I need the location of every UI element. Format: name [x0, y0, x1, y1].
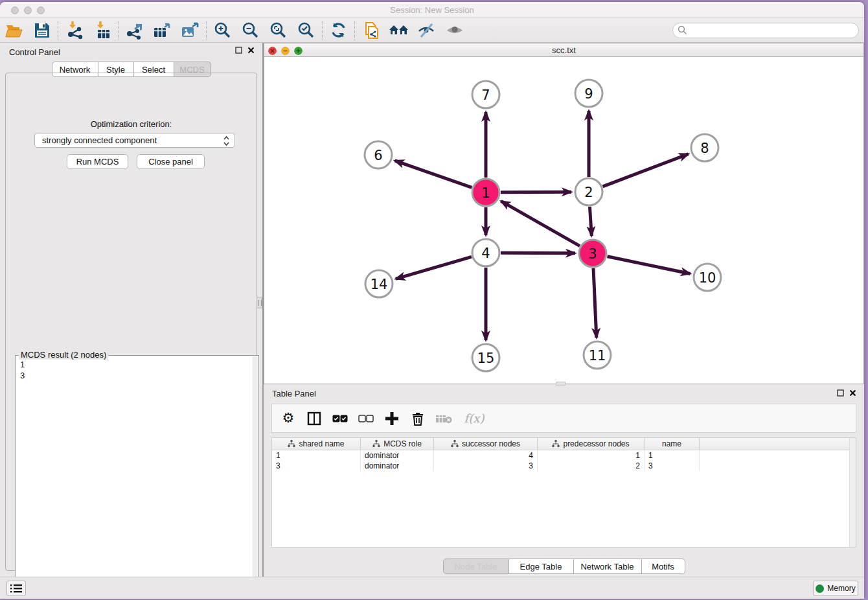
- float-panel-icon[interactable]: [235, 47, 242, 54]
- import-network-icon: [65, 21, 84, 40]
- show-all-button[interactable]: [440, 19, 468, 41]
- column-tree-icon: [372, 440, 380, 448]
- graph-edge-3-1[interactable]: [501, 201, 580, 246]
- add-column-button[interactable]: [383, 409, 400, 428]
- open-session-button[interactable]: [0, 19, 28, 41]
- column-header-shared-name[interactable]: shared name: [272, 438, 361, 450]
- hide-selected-button[interactable]: [413, 19, 440, 41]
- select-stepper-icon: [223, 135, 230, 147]
- select-all-button[interactable]: [332, 409, 348, 428]
- graph-edge-1-2[interactable]: [501, 192, 571, 192]
- graph-node-label-9: 9: [584, 86, 593, 102]
- graph-edge-3-10[interactable]: [608, 257, 691, 274]
- float-table-panel-icon[interactable]: [837, 389, 844, 397]
- run-mcds-button[interactable]: Run MCDS: [67, 154, 128, 169]
- new-network-from-selection-button[interactable]: [357, 19, 385, 41]
- first-neighbors-button[interactable]: [385, 19, 413, 41]
- table-cell-successor-nodes[interactable]: 4: [434, 450, 538, 461]
- refresh-view-button[interactable]: [325, 19, 352, 41]
- delete-icon: [411, 411, 424, 426]
- toolbar-separator: [322, 21, 323, 40]
- app-title: Session: New Session: [0, 5, 864, 15]
- table-cell-MCDS-role[interactable]: dominator: [361, 450, 434, 461]
- close-panel-icon[interactable]: [247, 47, 255, 54]
- network-canvas[interactable]: 7968124314101511: [264, 57, 864, 384]
- search-input[interactable]: [672, 23, 859, 38]
- table-cell-successor-nodes[interactable]: 3: [434, 461, 538, 471]
- memory-status-icon: [816, 584, 824, 593]
- first-neighbors-icon: [389, 22, 409, 39]
- table-panel: Table Panel ⚙: [264, 386, 864, 577]
- toolbar-separator: [206, 21, 207, 40]
- graph-edge-4-14[interactable]: [396, 257, 472, 279]
- tab-motifs[interactable]: Motifs: [642, 559, 685, 574]
- graph-edge-4-3[interactable]: [501, 253, 575, 253]
- graph-node-label-7: 7: [481, 87, 490, 103]
- mcds-result-box: MCDS result (2 nodes) 1 3: [15, 355, 259, 597]
- zoom-out-icon: [242, 21, 260, 40]
- close-panel-button[interactable]: Close panel: [137, 154, 205, 169]
- column-tree-icon: [288, 440, 295, 448]
- hide-selected-icon: [417, 22, 437, 39]
- tab-network-table[interactable]: Network Table: [574, 559, 642, 574]
- table-toolbar: ⚙: [271, 404, 856, 433]
- mcds-result-scrollbar[interactable]: [253, 356, 258, 595]
- zoom-out-button[interactable]: [236, 19, 264, 41]
- table-cell-shared-name[interactable]: 1: [272, 450, 361, 461]
- task-history-button[interactable]: [6, 581, 26, 596]
- network-window-title: scc.txt: [264, 45, 863, 55]
- table-settings-button[interactable]: ⚙: [280, 409, 297, 428]
- graph-edge-2-3[interactable]: [589, 207, 591, 236]
- column-header-name[interactable]: name: [645, 438, 700, 450]
- criterion-select[interactable]: strongly connected component: [34, 133, 235, 148]
- split-columns-icon: [307, 411, 321, 426]
- graph-node-label-2: 2: [584, 185, 593, 200]
- network-graph: 7968124314101511: [264, 57, 863, 384]
- graph-edge-2-8[interactable]: [603, 154, 689, 187]
- table-panel-title: Table Panel: [272, 389, 316, 398]
- mcds-panel: Optimization criterion: strongly connect…: [5, 73, 257, 571]
- refresh-icon: [330, 21, 347, 39]
- table-cell-predecessor-nodes[interactable]: 2: [538, 461, 645, 471]
- export-image-button[interactable]: [176, 19, 204, 41]
- table-cell-name[interactable]: 3: [645, 461, 700, 471]
- panel-divider-handle[interactable]: [257, 297, 262, 308]
- zoom-fit-button[interactable]: [264, 19, 292, 41]
- graph-edge-1-6[interactable]: [394, 161, 472, 188]
- search-icon: [678, 25, 687, 35]
- memory-button[interactable]: Memory: [813, 581, 858, 596]
- column-header-MCDS-role[interactable]: MCDS role: [361, 438, 434, 450]
- tab-edge-table[interactable]: Edge Table: [509, 559, 574, 574]
- table-scrollbar[interactable]: [849, 438, 856, 547]
- zoom-selected-button[interactable]: [292, 19, 320, 41]
- delete-column-button[interactable]: [409, 409, 426, 428]
- import-table-button[interactable]: [88, 19, 116, 41]
- cytoscape-window: Session: New Session: [0, 2, 864, 599]
- import-table-icon: [93, 21, 111, 40]
- mcds-result-values[interactable]: 1 3: [20, 359, 25, 381]
- export-network-button[interactable]: [120, 19, 148, 41]
- save-session-button[interactable]: [28, 19, 56, 41]
- table-cell-shared-name[interactable]: 3: [272, 461, 361, 471]
- function-builder-button[interactable]: f(x): [461, 409, 487, 428]
- open-session-icon: [5, 22, 23, 39]
- zoom-in-button[interactable]: [209, 19, 236, 41]
- main-area: Control Panel NetworkStyleSelectMCDS Opt…: [0, 43, 864, 577]
- network-window: scc.txt 7968124314101511: [264, 43, 864, 384]
- show-columns-button[interactable]: [306, 409, 323, 428]
- table-cell-name[interactable]: 1: [645, 450, 700, 461]
- clear-selection-button[interactable]: [358, 409, 374, 428]
- export-table-button[interactable]: [148, 19, 176, 41]
- graph-edge-3-11[interactable]: [593, 268, 597, 338]
- table-cell-MCDS-role[interactable]: dominator: [361, 461, 434, 471]
- delete-table-button[interactable]: [435, 409, 452, 428]
- column-header-predecessor-nodes[interactable]: predecessor nodes: [538, 438, 645, 450]
- app-titlebar[interactable]: Session: New Session: [0, 2, 864, 18]
- close-table-panel-icon[interactable]: [849, 389, 856, 397]
- import-network-button[interactable]: [60, 19, 88, 41]
- column-header-successor-nodes[interactable]: successor nodes: [434, 438, 538, 450]
- table-cell-predecessor-nodes[interactable]: 1: [538, 450, 645, 461]
- network-window-titlebar[interactable]: scc.txt: [264, 43, 864, 57]
- tab-node-table[interactable]: Node Table: [443, 559, 509, 574]
- toolbar-separator: [58, 21, 58, 40]
